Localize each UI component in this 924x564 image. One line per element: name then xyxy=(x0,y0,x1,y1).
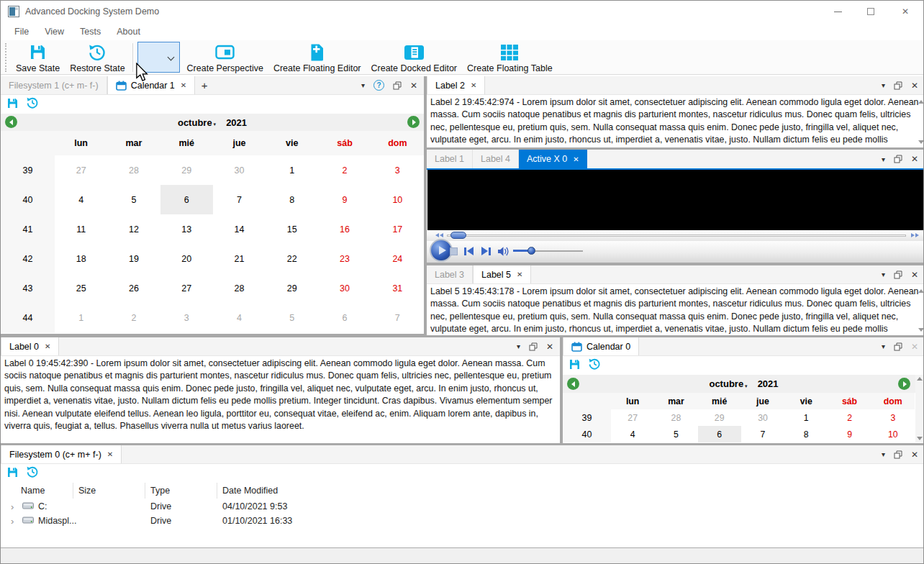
tab-menu-button[interactable]: ▾ xyxy=(882,450,885,458)
previous-track-button[interactable] xyxy=(464,247,474,255)
fast-forward-icon[interactable] xyxy=(911,233,919,237)
calendar-day[interactable]: 18 xyxy=(55,245,107,274)
calendar-day[interactable]: 2 xyxy=(828,409,871,426)
calendar-day[interactable]: 9 xyxy=(828,426,871,442)
close-panel-button[interactable]: ✕ xyxy=(911,270,918,280)
calendar-day[interactable]: 21 xyxy=(213,245,266,274)
help-button[interactable]: ? xyxy=(373,80,384,91)
calendar-day[interactable]: 14 xyxy=(213,214,266,244)
detach-button[interactable] xyxy=(894,342,902,351)
toolbar-drag-handle[interactable] xyxy=(5,43,9,72)
close-panel-button[interactable]: ✕ xyxy=(911,342,918,352)
calendar-day[interactable]: 31 xyxy=(371,274,424,304)
calendar-day[interactable]: 28 xyxy=(213,274,266,304)
next-track-button[interactable] xyxy=(481,247,491,255)
calendar-day[interactable]: 23 xyxy=(318,245,371,274)
volume-thumb[interactable] xyxy=(527,247,535,255)
tree-expand-icon[interactable]: › xyxy=(11,501,14,512)
close-tab-icon[interactable]: ✕ xyxy=(471,81,476,89)
tab-menu-button[interactable]: ▾ xyxy=(882,81,885,89)
calendar-day[interactable]: 16 xyxy=(318,214,371,244)
calendar-day[interactable]: 10 xyxy=(371,185,424,214)
detach-button[interactable] xyxy=(393,81,402,90)
create-floating-table-button[interactable]: Create Floating Table xyxy=(462,42,558,73)
calendar-day[interactable]: 30 xyxy=(213,155,266,185)
detach-button[interactable] xyxy=(529,342,538,351)
add-tab-button[interactable]: + xyxy=(195,76,214,94)
tab-menu-button[interactable]: ▾ xyxy=(517,342,520,350)
column-divider[interactable] xyxy=(217,483,217,499)
detach-button[interactable] xyxy=(894,270,902,279)
close-tab-icon[interactable]: ✕ xyxy=(517,270,522,278)
volume-icon[interactable] xyxy=(497,246,509,260)
maximize-button[interactable] xyxy=(854,1,887,22)
calendar-day[interactable]: 7 xyxy=(213,185,266,214)
close-panel-button[interactable]: ✕ xyxy=(546,342,553,352)
save-icon[interactable] xyxy=(6,466,19,481)
calendar-day[interactable]: 17 xyxy=(371,214,424,244)
calendar-day[interactable]: 6 xyxy=(160,185,213,214)
save-state-button[interactable]: Save State xyxy=(11,42,65,73)
close-panel-button[interactable]: ✕ xyxy=(911,81,918,91)
column-divider[interactable] xyxy=(73,483,73,499)
calendar-day[interactable]: 2 xyxy=(318,155,371,185)
tab-label-4[interactable]: Label 4 xyxy=(473,150,519,168)
calendar-day[interactable]: 28 xyxy=(107,155,160,185)
column-divider[interactable] xyxy=(145,483,145,499)
calendar-day[interactable]: 19 xyxy=(107,245,160,274)
close-window-button[interactable]: ✕ xyxy=(889,1,922,22)
save-icon[interactable] xyxy=(569,358,581,373)
next-month-button[interactable] xyxy=(407,116,420,128)
calendar-day[interactable]: 30 xyxy=(318,274,371,304)
calendar-day[interactable]: 29 xyxy=(266,274,318,304)
calendar-day[interactable]: 24 xyxy=(371,245,424,274)
column-header-date-modified[interactable]: Date Modified xyxy=(222,486,278,496)
create-docked-editor-button[interactable]: Create Docked Editor xyxy=(366,42,463,73)
tab-label-2[interactable]: Label 2 ✕ xyxy=(427,76,485,94)
tab-label-0[interactable]: Label 0 ✕ xyxy=(1,337,59,355)
calendar-day[interactable]: 3 xyxy=(871,409,915,426)
calendar-day[interactable]: 6 xyxy=(318,304,371,333)
tab-label-5[interactable]: Label 5 ✕ xyxy=(473,265,531,283)
calendar-day[interactable]: 2 xyxy=(107,304,160,333)
menu-tests[interactable]: Tests xyxy=(72,27,109,37)
calendar-day[interactable]: 8 xyxy=(784,426,828,442)
calendar-day[interactable]: 27 xyxy=(55,155,107,185)
tab-menu-button[interactable]: ▾ xyxy=(882,155,885,163)
tab-menu-button[interactable]: ▾ xyxy=(361,81,365,89)
calendar-day[interactable]: 5 xyxy=(654,426,697,442)
calendar-day[interactable]: 4 xyxy=(55,185,107,214)
prev-month-button[interactable] xyxy=(567,378,579,390)
prev-month-button[interactable] xyxy=(5,116,17,128)
column-header-type[interactable]: Type xyxy=(150,486,170,496)
close-tab-icon[interactable]: ✕ xyxy=(107,450,113,458)
calendar-day[interactable]: 3 xyxy=(160,304,213,333)
calendar-day[interactable]: 7 xyxy=(741,426,784,442)
create-floating-editor-button[interactable]: Create Floating Editor xyxy=(268,42,366,73)
table-row[interactable]: › Midaspl... Drive 01/10/2021 16:33 xyxy=(1,514,924,529)
close-panel-button[interactable]: ✕ xyxy=(911,154,918,164)
scrollbar[interactable] xyxy=(915,375,924,442)
close-tab-icon[interactable]: ✕ xyxy=(45,342,50,350)
save-icon[interactable] xyxy=(6,97,19,112)
calendar-day[interactable]: 30 xyxy=(741,409,784,426)
minimize-button[interactable] xyxy=(821,1,854,22)
menu-about[interactable]: About xyxy=(109,27,148,37)
calendar-day[interactable]: 28 xyxy=(654,409,697,426)
calendar-day[interactable]: 29 xyxy=(160,155,213,185)
calendar-day[interactable]: 6 xyxy=(698,426,741,442)
calendar-day[interactable]: 9 xyxy=(318,185,371,214)
close-panel-button[interactable]: ✕ xyxy=(410,81,417,91)
tab-label-3[interactable]: Label 3 xyxy=(427,265,473,283)
calendar-day[interactable]: 27 xyxy=(611,409,654,426)
tab-calendar-0[interactable]: Calendar 0 xyxy=(563,337,639,355)
restore-icon[interactable] xyxy=(26,96,39,112)
calendar-day[interactable]: 4 xyxy=(213,304,266,333)
restore-icon[interactable] xyxy=(26,465,39,481)
calendar-day[interactable]: 15 xyxy=(266,214,318,244)
calendar-day[interactable]: 1 xyxy=(55,304,107,333)
calendar-day[interactable]: 8 xyxy=(266,185,318,214)
year-label[interactable]: 2021 xyxy=(226,117,247,128)
calendar-day[interactable]: 11 xyxy=(55,214,107,244)
calendar-day[interactable]: 10 xyxy=(871,426,915,442)
